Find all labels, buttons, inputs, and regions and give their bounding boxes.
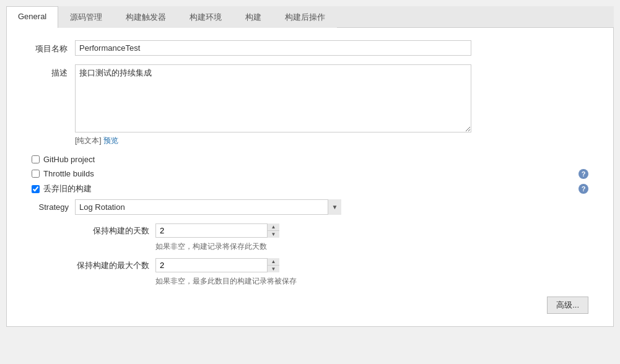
advanced-button[interactable]: 高级... bbox=[547, 297, 588, 314]
description-control: 接口测试的持续集成 [纯文本] 预览 bbox=[75, 64, 595, 146]
keep-days-spinbox: ▲ ▼ bbox=[155, 223, 279, 238]
keep-max-decrement-btn[interactable]: ▼ bbox=[268, 266, 279, 272]
description-row: 描述 接口测试的持续集成 [纯文本] 预览 bbox=[25, 64, 595, 146]
description-label: 描述 bbox=[25, 64, 75, 79]
throttle-builds-label: Throttle builds bbox=[43, 169, 94, 178]
tab-general[interactable]: General bbox=[6, 6, 58, 28]
keep-max-spinbox: ▲ ▼ bbox=[155, 258, 279, 272]
keep-max-row: 保持构建的最大个数 ▲ ▼ bbox=[75, 258, 595, 272]
github-project-row: GitHub project bbox=[25, 155, 595, 164]
tab-bar: General 源码管理 构建触发器 构建环境 构建 构建后操作 bbox=[6, 6, 614, 28]
keep-max-increment-btn[interactable]: ▲ bbox=[268, 258, 279, 266]
text-links: [纯文本] 预览 bbox=[75, 136, 595, 146]
strategy-select[interactable]: Log Rotation bbox=[75, 199, 341, 215]
discard-old-row: 丢弃旧的构建 ? bbox=[25, 183, 595, 194]
advanced-row: 高级... bbox=[25, 297, 595, 314]
plaintext-label: [纯文本] bbox=[75, 136, 102, 145]
strategy-label: Strategy bbox=[32, 202, 75, 212]
discard-old-help-icon[interactable]: ? bbox=[579, 184, 588, 194]
throttle-builds-help-icon[interactable]: ? bbox=[579, 169, 588, 179]
keep-days-input[interactable] bbox=[155, 223, 279, 238]
keep-days-row: 保持构建的天数 ▲ ▼ bbox=[75, 223, 595, 238]
page-container: General 源码管理 构建触发器 构建环境 构建 构建后操作 项目名称 描述… bbox=[0, 0, 620, 364]
project-name-row: 项目名称 bbox=[25, 40, 595, 56]
throttle-builds-row: Throttle builds ? bbox=[25, 169, 595, 178]
keep-days-spinbox-btns: ▲ ▼ bbox=[267, 223, 279, 238]
strategy-row: Strategy Log Rotation ▼ bbox=[25, 199, 595, 215]
discard-old-label: 丢弃旧的构建 bbox=[43, 183, 92, 194]
github-project-checkbox[interactable] bbox=[32, 155, 40, 163]
keep-days-increment-btn[interactable]: ▲ bbox=[268, 223, 279, 231]
tab-build[interactable]: 构建 bbox=[234, 6, 273, 28]
project-name-input[interactable] bbox=[75, 40, 471, 56]
keep-days-hint: 如果非空，构建记录将保存此天数 bbox=[155, 241, 595, 252]
github-project-label: GitHub project bbox=[43, 155, 95, 164]
throttle-builds-checkbox[interactable] bbox=[32, 170, 40, 178]
keep-max-hint: 如果非空，最多此数目的构建记录将被保存 bbox=[155, 276, 595, 287]
description-textarea[interactable]: 接口测试的持续集成 bbox=[75, 64, 471, 132]
tab-source[interactable]: 源码管理 bbox=[58, 6, 114, 28]
strategy-select-wrap: Log Rotation ▼ bbox=[75, 199, 341, 215]
preview-link[interactable]: 预览 bbox=[103, 136, 118, 145]
content-area: 项目名称 描述 接口测试的持续集成 [纯文本] 预览 GitHub projec… bbox=[6, 28, 614, 327]
keep-max-spinbox-btns: ▲ ▼ bbox=[267, 258, 279, 272]
discard-old-checkbox[interactable] bbox=[32, 185, 40, 193]
keep-days-label: 保持构建的天数 bbox=[75, 225, 155, 236]
tab-post-build[interactable]: 构建后操作 bbox=[273, 6, 337, 28]
project-name-control bbox=[75, 40, 595, 56]
keep-max-input[interactable] bbox=[155, 258, 279, 272]
tab-triggers[interactable]: 构建触发器 bbox=[114, 6, 178, 28]
strategy-sub-form: 保持构建的天数 ▲ ▼ 如果非空，构建记录将保存此天数 保持构建的最大个数 ▲ bbox=[75, 223, 595, 287]
keep-max-label: 保持构建的最大个数 bbox=[75, 260, 155, 271]
project-name-label: 项目名称 bbox=[25, 40, 75, 54]
keep-days-decrement-btn[interactable]: ▼ bbox=[268, 231, 279, 238]
tab-build-env[interactable]: 构建环境 bbox=[178, 6, 234, 28]
